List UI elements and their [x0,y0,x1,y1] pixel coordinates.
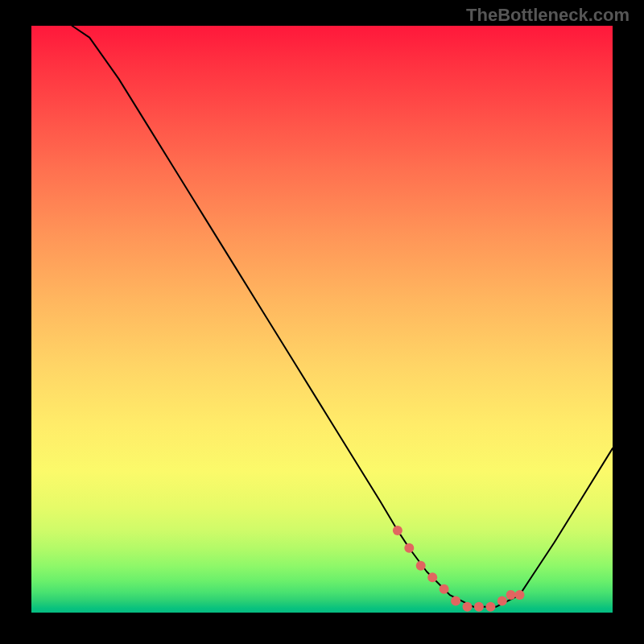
marker-dot [497,596,507,605]
chart-frame: TheBottleneck.com [0,0,644,644]
marker-dot [416,561,426,571]
marker-dot [463,602,473,612]
marker-dot [506,590,516,600]
bottleneck-curve [72,26,613,607]
marker-dot [404,543,414,553]
curve-svg [31,26,613,613]
attribution-label: TheBottleneck.com [466,5,630,26]
marker-dot [485,602,495,612]
marker-dot [440,584,449,594]
marker-dot [451,596,460,605]
optimal-range-markers [393,526,525,612]
marker-dot [393,526,402,535]
marker-dot [427,572,437,582]
marker-dot [474,602,484,612]
plot-area [31,26,613,613]
marker-dot [515,590,525,600]
